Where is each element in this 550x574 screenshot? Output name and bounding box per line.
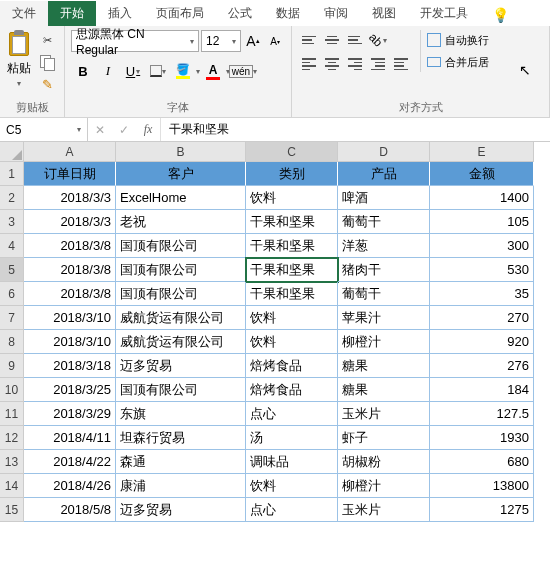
decrease-font-button[interactable]: A▾: [265, 30, 285, 52]
cell[interactable]: 1275: [430, 498, 534, 522]
cell[interactable]: 干果和坚果: [246, 210, 338, 234]
cell[interactable]: 老祝: [116, 210, 246, 234]
column-header[interactable]: D: [338, 142, 430, 162]
cell[interactable]: 2018/4/26: [24, 474, 116, 498]
cell[interactable]: 饮料: [246, 186, 338, 210]
cell[interactable]: 干果和坚果: [246, 234, 338, 258]
decrease-indent-button[interactable]: [367, 54, 389, 74]
cell[interactable]: 276: [430, 354, 534, 378]
row-header[interactable]: 3: [0, 210, 24, 234]
phonetic-button[interactable]: wén▾: [231, 60, 255, 82]
cell[interactable]: 2018/3/8: [24, 258, 116, 282]
row-header[interactable]: 6: [0, 282, 24, 306]
cell[interactable]: 2018/3/10: [24, 330, 116, 354]
font-size-select[interactable]: 12 ▾: [201, 30, 241, 52]
cell[interactable]: 饮料: [246, 330, 338, 354]
tell-me-icon[interactable]: 💡: [486, 4, 515, 26]
cell[interactable]: 1400: [430, 186, 534, 210]
chevron-down-icon[interactable]: ▾: [196, 67, 200, 76]
cell[interactable]: 糖果: [338, 378, 430, 402]
formula-input[interactable]: 干果和坚果: [161, 118, 550, 141]
cell[interactable]: 2018/4/22: [24, 450, 116, 474]
column-header[interactable]: B: [116, 142, 246, 162]
fill-color-button[interactable]: 🪣: [171, 60, 195, 82]
align-left-button[interactable]: [298, 54, 320, 74]
tab-home[interactable]: 开始: [48, 1, 96, 26]
cell[interactable]: 东旗: [116, 402, 246, 426]
tab-developer[interactable]: 开发工具: [408, 1, 480, 26]
column-header[interactable]: C: [246, 142, 338, 162]
cell[interactable]: 苹果汁: [338, 306, 430, 330]
copy-button[interactable]: [36, 52, 58, 72]
cell[interactable]: 127.5: [430, 402, 534, 426]
cell[interactable]: 国顶有限公司: [116, 258, 246, 282]
table-header-cell[interactable]: 类别: [246, 162, 338, 186]
cell[interactable]: 2018/4/11: [24, 426, 116, 450]
cell[interactable]: 玉米片: [338, 402, 430, 426]
row-header[interactable]: 13: [0, 450, 24, 474]
cell[interactable]: 啤酒: [338, 186, 430, 210]
cell[interactable]: 国顶有限公司: [116, 234, 246, 258]
cell[interactable]: 105: [430, 210, 534, 234]
cell[interactable]: 饮料: [246, 474, 338, 498]
table-header-cell[interactable]: 客户: [116, 162, 246, 186]
cell[interactable]: 184: [430, 378, 534, 402]
row-header[interactable]: 1: [0, 162, 24, 186]
name-box[interactable]: C5 ▾: [0, 118, 88, 141]
italic-button[interactable]: I: [96, 60, 120, 82]
cell[interactable]: 2018/3/8: [24, 234, 116, 258]
row-header[interactable]: 2: [0, 186, 24, 210]
cell[interactable]: 迈多贸易: [116, 498, 246, 522]
border-button[interactable]: ▾: [146, 60, 170, 82]
row-header[interactable]: 10: [0, 378, 24, 402]
cell[interactable]: ExcelHome: [116, 186, 246, 210]
cell[interactable]: 2018/3/25: [24, 378, 116, 402]
tab-page-layout[interactable]: 页面布局: [144, 1, 216, 26]
tab-view[interactable]: 视图: [360, 1, 408, 26]
cell[interactable]: 点心: [246, 498, 338, 522]
cell[interactable]: 2018/3/10: [24, 306, 116, 330]
worksheet-grid[interactable]: ABCDE1订单日期客户类别产品金额22018/3/3ExcelHome饮料啤酒…: [0, 142, 550, 522]
wrap-text-button[interactable]: 自动换行: [427, 30, 489, 50]
underline-button[interactable]: U▾: [121, 60, 145, 82]
cell[interactable]: 焙烤食品: [246, 378, 338, 402]
cell[interactable]: 干果和坚果: [246, 282, 338, 306]
row-header[interactable]: 8: [0, 330, 24, 354]
cell[interactable]: 2018/3/8: [24, 282, 116, 306]
cell[interactable]: 玉米片: [338, 498, 430, 522]
cell[interactable]: 饮料: [246, 306, 338, 330]
cell[interactable]: 270: [430, 306, 534, 330]
cell[interactable]: 干果和坚果: [246, 258, 338, 282]
cell[interactable]: 2018/3/3: [24, 186, 116, 210]
increase-font-button[interactable]: A▴: [243, 30, 263, 52]
cell[interactable]: 国顶有限公司: [116, 282, 246, 306]
cell[interactable]: 葡萄干: [338, 210, 430, 234]
confirm-edit-button[interactable]: ✓: [112, 118, 136, 141]
cut-button[interactable]: ✂: [36, 30, 58, 50]
orientation-button[interactable]: ab▾: [367, 30, 389, 50]
cell[interactable]: 猪肉干: [338, 258, 430, 282]
cell[interactable]: 威航货运有限公司: [116, 306, 246, 330]
merge-center-button[interactable]: 合并后居: [427, 52, 489, 72]
cell[interactable]: 迈多贸易: [116, 354, 246, 378]
align-bottom-button[interactable]: [344, 30, 366, 50]
cell[interactable]: 葡萄干: [338, 282, 430, 306]
cell[interactable]: 虾子: [338, 426, 430, 450]
cell[interactable]: 300: [430, 234, 534, 258]
row-header[interactable]: 7: [0, 306, 24, 330]
insert-function-button[interactable]: fx: [136, 118, 160, 141]
cancel-edit-button[interactable]: ✕: [88, 118, 112, 141]
cell[interactable]: 2018/5/8: [24, 498, 116, 522]
cell[interactable]: 680: [430, 450, 534, 474]
row-header[interactable]: 4: [0, 234, 24, 258]
cell[interactable]: 35: [430, 282, 534, 306]
increase-indent-button[interactable]: [390, 54, 412, 74]
row-header[interactable]: 9: [0, 354, 24, 378]
cell[interactable]: 焙烤食品: [246, 354, 338, 378]
tab-insert[interactable]: 插入: [96, 1, 144, 26]
cell[interactable]: 威航货运有限公司: [116, 330, 246, 354]
cell[interactable]: 920: [430, 330, 534, 354]
table-header-cell[interactable]: 产品: [338, 162, 430, 186]
align-top-button[interactable]: [298, 30, 320, 50]
cell[interactable]: 2018/3/18: [24, 354, 116, 378]
